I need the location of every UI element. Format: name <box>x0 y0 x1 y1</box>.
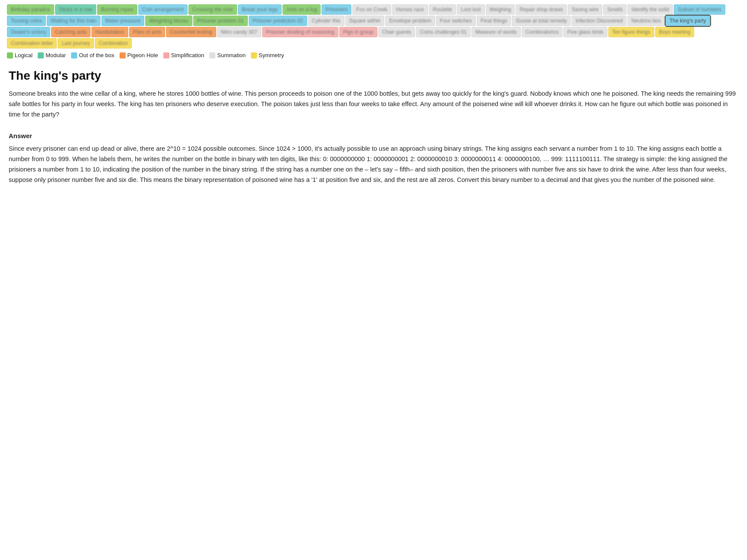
tag-item[interactable]: Tossing coins <box>7 16 46 26</box>
legend-label: Logical <box>15 52 32 58</box>
tag-label: Last journey <box>62 40 90 46</box>
tag-label: Subset of numbers <box>678 6 721 13</box>
legend-color-swatch <box>209 52 215 58</box>
tag-item[interactable]: Goose at total remedy <box>512 16 571 26</box>
tag-item[interactable]: Prisoners <box>322 4 351 15</box>
tag-item[interactable]: Coin arrangement <box>138 4 188 15</box>
tag-item[interactable]: Combination <box>95 38 132 49</box>
tag-item[interactable]: Measure of words <box>471 27 520 37</box>
tag-item[interactable]: Repair shop draws <box>516 4 567 15</box>
legend-item: Simplification <box>163 52 205 58</box>
tag-item[interactable]: Roulette <box>429 4 456 15</box>
tag-label: Loot loot <box>461 6 481 13</box>
tag-label: Piles of ants <box>133 29 161 35</box>
legend-item: Symmetry <box>251 52 284 58</box>
tag-label: Repair shop draws <box>520 6 563 13</box>
tag-label: Dealer's victory <box>11 29 46 35</box>
tag-label: Combinatorics <box>526 29 559 35</box>
tag-item[interactable]: Waiting for this train <box>47 16 101 26</box>
tag-label: Weighting blocks <box>149 18 188 24</box>
tag-item[interactable]: Coins challenges 01 <box>416 27 471 37</box>
tag-item[interactable]: Identify the solid <box>627 4 673 15</box>
legend-color-swatch <box>163 52 169 58</box>
tag-item[interactable]: Handshakes <box>91 27 128 37</box>
tag-item[interactable]: Square within <box>345 16 385 26</box>
tag-item[interactable]: Combination letter <box>7 38 57 49</box>
tag-item[interactable]: Combinatorics <box>522 27 563 37</box>
tag-item[interactable]: Catching ants <box>51 27 91 37</box>
tag-label: Coin arrangement <box>142 6 184 13</box>
tag-label: Weighing <box>490 6 511 13</box>
tag-item[interactable]: Sticks in a row <box>55 4 96 15</box>
legend-item: Modular <box>38 52 66 58</box>
tag-label: Counterfeit testing <box>170 29 212 35</box>
tag-label: Horses race <box>396 6 424 13</box>
tag-item[interactable]: Break your legs <box>238 4 282 15</box>
tag-label: Measure of words <box>475 29 516 35</box>
tag-item[interactable]: Piles of ants <box>129 27 165 37</box>
tag-item[interactable]: Crossing the river <box>188 4 237 15</box>
tag-label: Waiting for this train <box>51 18 97 24</box>
tag-item[interactable]: Weighing <box>486 4 515 15</box>
tag-label: Square within <box>349 18 381 24</box>
tag-label: Neutrino box <box>631 18 661 24</box>
tag-item[interactable]: Final things <box>477 16 511 26</box>
tag-item[interactable]: Pigs in group <box>339 27 377 37</box>
legend-label: Modular <box>45 52 66 58</box>
legend-item: Summation <box>209 52 246 58</box>
tag-item[interactable]: Four switches <box>436 16 476 26</box>
tag-label: Combination <box>99 40 128 46</box>
legend-label: Symmetry <box>259 52 284 58</box>
legend-color-swatch <box>120 52 126 58</box>
tag-item[interactable]: Neutrino box <box>627 16 665 26</box>
tag-label: Burning ropes <box>101 6 133 13</box>
tag-item[interactable]: Prisoner prediction 02 <box>249 16 307 26</box>
tag-label: Birthday paradox <box>11 6 50 13</box>
tag-item[interactable]: Ants on a log <box>283 4 321 15</box>
legend-color-swatch <box>38 52 44 58</box>
legend-item: Logical <box>7 52 32 58</box>
tag-item[interactable]: Weighting blocks <box>145 16 192 26</box>
tag-label: Combination letter <box>11 40 53 46</box>
tag-label: Coins challenges 01 <box>420 29 467 35</box>
tag-item[interactable]: Burning ropes <box>97 4 137 15</box>
content-area: The king's party Someone breaks into the… <box>7 69 740 185</box>
tag-item[interactable]: Counterfeit testing <box>166 27 216 37</box>
tag-item[interactable]: Boys meeting <box>655 27 695 37</box>
tag-label: Four switches <box>440 18 472 24</box>
tag-item[interactable]: Fox on Creek <box>352 4 391 15</box>
legend-label: Summation <box>217 52 246 58</box>
tag-item[interactable]: Chair guests <box>378 27 415 37</box>
tag-item[interactable]: Prisoner dividing of reasoning <box>262 27 338 37</box>
tag-label: Sticks in a row <box>59 6 92 13</box>
tag-grid-container: Birthday paradoxSticks in a rowBurning r… <box>7 4 740 58</box>
tag-label: Nitro candy 307 <box>221 29 257 35</box>
legend-label: Out of the box <box>79 52 114 58</box>
tag-item[interactable]: Smells <box>603 4 627 15</box>
tag-item[interactable]: Water pressure <box>101 16 145 26</box>
tag-item[interactable]: Envelope problem <box>385 16 435 26</box>
tag-label: Infection Discovered <box>575 18 623 24</box>
legend-item: Out of the box <box>71 52 114 58</box>
tag-item[interactable]: Infection Discovered <box>572 16 627 26</box>
tag-item[interactable]: The king's party <box>666 16 710 26</box>
tag-label: Five glass birds <box>567 29 603 35</box>
tag-item[interactable]: Dealer's victory <box>7 27 50 37</box>
tag-item[interactable]: Subset of numbers <box>674 4 725 15</box>
legend-color-swatch <box>251 52 257 58</box>
tag-item[interactable]: Last journey <box>58 38 94 49</box>
tag-label: Handshakes <box>95 29 124 35</box>
tag-item[interactable]: Loot loot <box>457 4 484 15</box>
tag-item[interactable]: Horses race <box>392 4 428 15</box>
tag-label: Fox on Creek <box>356 6 387 13</box>
tag-item[interactable]: Prisoner problem 01 <box>193 16 248 26</box>
legend-color-swatch <box>7 52 13 58</box>
tag-item[interactable]: Saving wire <box>568 4 602 15</box>
tag-item[interactable]: Birthday paradox <box>7 4 54 15</box>
tag-item[interactable]: Five glass birds <box>563 27 607 37</box>
tag-item[interactable]: Ten figure things <box>608 27 654 37</box>
tag-item[interactable]: Cylinder this <box>308 16 344 26</box>
answer-text: Since every prisoner can end up dead or … <box>9 144 738 185</box>
tag-label: Final things <box>481 18 507 24</box>
tag-item[interactable]: Nitro candy 307 <box>217 27 261 37</box>
